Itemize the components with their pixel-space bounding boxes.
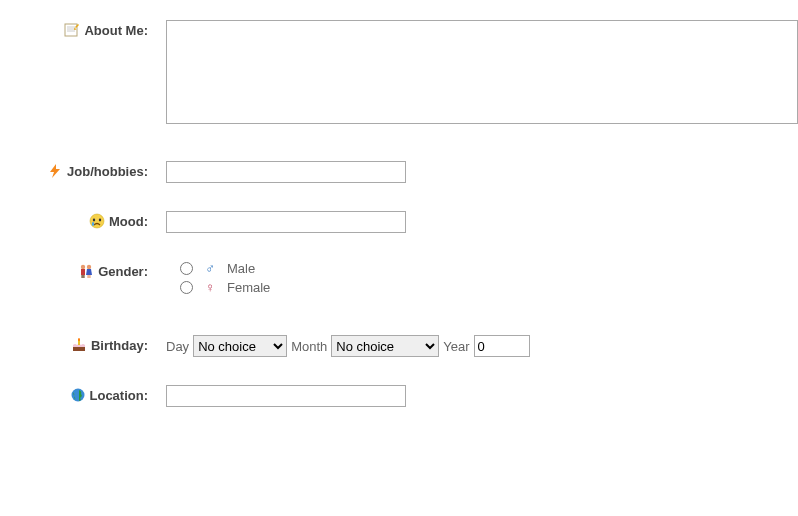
gender-male-text: Male — [227, 261, 255, 276]
label-about: About Me: — [0, 20, 148, 38]
svg-point-7 — [90, 214, 104, 228]
gender-option-female[interactable]: ♀ Female — [180, 280, 270, 295]
label-job: Job/hobbies: — [0, 161, 148, 179]
label-mood-text: Mood: — [109, 214, 148, 229]
svg-rect-14 — [83, 275, 84, 278]
gender-option-male[interactable]: ♂ Male — [180, 261, 270, 276]
control-about — [148, 20, 798, 127]
row-mood: Mood: — [0, 211, 798, 233]
svg-point-22 — [71, 389, 84, 402]
people-icon — [78, 263, 94, 279]
about-textarea[interactable] — [166, 20, 798, 124]
svg-rect-18 — [89, 275, 90, 278]
lightning-icon — [47, 163, 63, 179]
job-input[interactable] — [166, 161, 406, 183]
birthday-day-label: Day — [166, 339, 189, 354]
svg-point-21 — [78, 338, 80, 341]
svg-rect-0 — [65, 24, 77, 36]
female-symbol-icon: ♀ — [203, 280, 217, 295]
control-location — [148, 385, 406, 407]
birthday-line: Day No choice Month No choice Year — [166, 335, 530, 357]
label-location: Location: — [0, 385, 148, 403]
svg-point-9 — [99, 219, 101, 222]
label-birthday-text: Birthday: — [91, 338, 148, 353]
birthday-month-label: Month — [291, 339, 327, 354]
svg-marker-16 — [86, 269, 92, 275]
control-gender: ♂ Male ♀ Female — [148, 261, 270, 295]
label-mood: Mood: — [0, 211, 148, 229]
birthday-day-select[interactable]: No choice — [193, 335, 287, 357]
gender-options: ♂ Male ♀ Female — [166, 261, 270, 295]
row-about: About Me: — [0, 20, 798, 127]
label-job-text: Job/hobbies: — [67, 164, 148, 179]
mood-input[interactable] — [166, 211, 406, 233]
svg-point-11 — [81, 265, 85, 269]
label-birthday: Birthday: — [0, 335, 148, 353]
crying-face-icon — [89, 213, 105, 229]
gender-radio-female[interactable] — [180, 281, 193, 294]
control-mood — [148, 211, 406, 233]
birthday-year-input[interactable] — [474, 335, 530, 357]
svg-point-15 — [87, 265, 91, 269]
svg-point-10 — [92, 222, 94, 226]
gender-female-text: Female — [227, 280, 270, 295]
row-job: Job/hobbies: — [0, 161, 798, 183]
svg-rect-12 — [81, 269, 85, 275]
row-gender: Gender: ♂ Male ♀ Female — [0, 261, 798, 295]
label-gender: Gender: — [0, 261, 148, 279]
svg-point-8 — [93, 219, 95, 222]
cake-icon — [71, 337, 87, 353]
control-birthday: Day No choice Month No choice Year — [148, 335, 530, 357]
label-gender-text: Gender: — [98, 264, 148, 279]
birthday-month-select[interactable]: No choice — [331, 335, 439, 357]
control-job — [148, 161, 406, 183]
label-about-text: About Me: — [84, 23, 148, 38]
gender-radio-male[interactable] — [180, 262, 193, 275]
globe-icon — [70, 387, 86, 403]
location-input[interactable] — [166, 385, 406, 407]
birthday-year-label: Year — [443, 339, 469, 354]
label-location-text: Location: — [90, 388, 149, 403]
svg-marker-6 — [50, 164, 60, 178]
svg-rect-13 — [82, 275, 83, 278]
row-birthday: Birthday: Day No choice Month No choice … — [0, 335, 798, 357]
row-location: Location: — [0, 385, 798, 407]
edit-note-icon — [64, 22, 80, 38]
svg-rect-17 — [88, 275, 89, 278]
male-symbol-icon: ♂ — [203, 261, 217, 276]
